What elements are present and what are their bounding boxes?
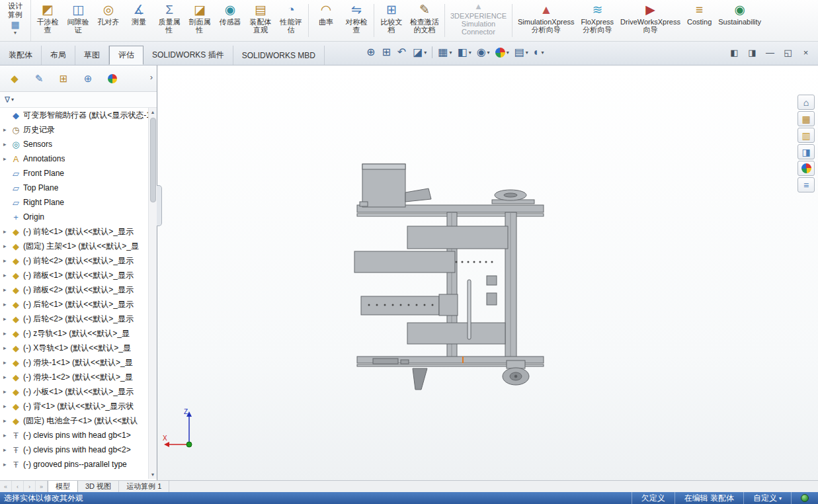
expand-arrow-icon[interactable]: ▸ [3,141,11,147]
expand-arrow-icon[interactable]: ▸ [3,388,11,395]
expand-arrow-icon[interactable]: ▸ [3,432,11,439]
design-study-button[interactable]: 设计 算例 ▦ ▼ [0,0,31,41]
ribbon-button[interactable]: ◔ 性能评 估 [276,1,306,40]
expand-arrow-icon[interactable]: ▸ [3,446,11,453]
tree-item[interactable]: ▸ ◆ (-) 前轮<2> (默认<<默认>_显示 [0,253,148,268]
panel-tab[interactable]: ⊕ [81,71,95,87]
design-study-dropdown-arrow[interactable]: ▼ [13,30,18,35]
dock-right-pane-button[interactable]: ◨ [744,45,760,60]
ribbon-button[interactable] [444,4,445,37]
tree-item[interactable]: ▸ ◆ (-) X导轨<1> (默认<<默认>_显 [0,341,148,355]
ribbon-button[interactable] [374,4,374,37]
tree-item[interactable]: ◆ 可变形智能助行器 (默认<显示状态-1> [0,108,148,122]
top-caster-wheel[interactable] [492,190,534,204]
panel-tab[interactable] [106,71,119,87]
ribbon-button[interactable]: ◉ 传感器 [215,1,245,40]
tree-item[interactable]: ▸ ◆ (-) 踏板<2> (默认<<默认>_显示 [0,282,148,297]
ribbon-button[interactable] [308,4,309,37]
tree-item[interactable]: ▸ ◆ (-) 滑块-1<1> (默认<<默认>_显 [0,355,148,370]
scrollbar-thumb[interactable] [150,118,156,202]
tree-item[interactable]: ▸ ◆ (-) 背<1> (默认<<默认>_显示状 [0,399,148,413]
dropdown-arrow-icon[interactable]: ▾ [487,50,490,56]
ribbon-button[interactable]: ✎ 检查激活 的文档 [407,1,442,40]
expand-arrow-icon[interactable]: ▸ [3,243,11,249]
document-tab[interactable]: 模型 [48,481,78,492]
tree-item[interactable]: ▸ Ŧ (-) clevis pins with head gb<1> [0,428,148,442]
cad-model[interactable] [157,65,818,480]
dropdown-arrow-icon[interactable]: ▾ [526,50,528,56]
scroll-up-arrow-icon[interactable]: ▲ [151,108,155,116]
tab-scroll-button[interactable]: « [0,481,12,492]
panel-tab[interactable]: ✎ [32,71,46,87]
tree-item[interactable]: ▸ ◆ (-) 小板<1> (默认<<默认>_显示 [0,384,148,399]
command-tab[interactable]: 装配体 [0,46,42,65]
view-toolbar-button[interactable]: ◉ ▾ [475,45,492,60]
close-button[interactable]: × [798,45,814,60]
tree-item[interactable]: ▸ ◆ (-) 前轮<1> (默认<<默认>_显示 [0,224,148,239]
expand-arrow-icon[interactable]: ▸ [3,126,11,133]
tree-item[interactable]: ▸ ◷ 历史记录 [0,122,148,137]
command-tab[interactable]: SOLIDWORKS 插件 [143,46,233,65]
view-toolbar-button[interactable]: ◧ ▾ [456,45,473,60]
view-toolbar-button[interactable]: ↶ [395,45,409,60]
status-tag-cell[interactable] [791,492,818,504]
view-toolbar-button[interactable]: ◐ ▾ [532,45,546,60]
tree-item[interactable]: ▱ Front Plane [0,166,148,181]
tree-item[interactable]: ▸ ◆ (-) z导轨<1> (默认<<默认>_显 [0,326,148,341]
expand-arrow-icon[interactable]: ▸ [3,315,11,322]
view-toolbar-button[interactable]: ▾ [493,46,511,59]
task-pane-tab[interactable]: ≡ [798,177,815,192]
tree-item[interactable]: ▸ ◆ (固定) 主架<1> (默认<<默认>_显 [0,239,148,253]
expand-arrow-icon[interactable]: ▸ [3,330,11,337]
dropdown-arrow-icon[interactable]: ▾ [449,50,452,56]
expand-arrow-icon[interactable]: ▸ [3,417,11,424]
view-toolbar-button[interactable]: ▤ ▾ [512,45,530,60]
restore-button[interactable]: ◱ [780,45,796,60]
scroll-down-arrow-icon[interactable]: ▼ [151,470,155,479]
ribbon-button[interactable]: ◪ 剖面属 性 [184,1,215,40]
ribbon-button[interactable]: ≋ FloXpress 分析向导 [578,1,618,40]
expand-arrow-icon[interactable]: ▸ [3,345,11,351]
foot-pedal[interactable] [413,368,427,390]
expand-arrow-icon[interactable]: ▸ [3,461,11,468]
ribbon-button[interactable]: ⇋ 对称检 查 [341,1,372,40]
seat-box[interactable] [360,164,431,207]
cross-arms[interactable] [354,226,508,344]
document-tab[interactable]: 3D 视图 [78,481,119,492]
graphics-area[interactable]: Z X ⌂ ▦ ▥ ◨ [157,65,818,480]
ribbon-button[interactable]: ▤ 装配体 直观 [245,1,276,40]
panel-tab[interactable]: ⊞ [57,71,70,87]
ribbon-button[interactable]: Σ 质量属 性 [154,1,184,40]
tree-item[interactable]: ▸ ◆ (-) 踏板<1> (默认<<默认>_显示 [0,268,148,282]
command-tab[interactable]: 草图 [75,46,109,65]
panel-splitter-handle[interactable] [157,185,162,226]
ribbon-button[interactable]: ≡ Costing [684,1,715,40]
filter-dropdown-arrow-icon[interactable]: ▾ [11,97,14,103]
document-tab[interactable]: 运动算例 1 [119,481,169,492]
expand-arrow-icon[interactable]: ▸ [3,301,11,308]
ribbon-button[interactable] [512,4,512,37]
ribbon-button[interactable]: ▶ DriveWorksXpress 向导 [617,1,684,40]
tree-item[interactable]: ▸ ◆ (-) 后轮<1> (默认<<默认>_显示 [0,297,148,312]
status-units-selector[interactable]: 自定义 ▾ [743,492,791,504]
expand-arrow-icon[interactable]: ▸ [3,403,11,409]
expand-arrow-icon[interactable]: ▸ [3,374,11,380]
view-toolbar-button[interactable]: ▦ ▾ [436,45,454,60]
minimize-button[interactable]: — [762,45,778,60]
ribbon-button[interactable]: ◫ 间隙验 证 [63,1,93,40]
tree-item[interactable]: ▸ ◆ (-) 滑块-1<2> (默认<<默认>_显 [0,370,148,384]
task-pane-tab[interactable]: ▦ [798,111,815,126]
task-pane-tab[interactable]: ◨ [798,144,815,159]
task-pane-tab[interactable] [798,161,815,176]
tree-scrollbar[interactable]: ▲ ▼ [148,108,157,479]
tree-item[interactable]: ▸ Ŧ (-) grooved pins--parallel type [0,457,148,472]
tab-scroll-button[interactable]: › [24,481,36,492]
rear-wheel[interactable] [503,360,529,385]
expand-arrow-icon[interactable]: ▸ [3,257,11,264]
expand-arrow-icon[interactable]: ▸ [3,228,11,235]
ribbon-button[interactable]: ▲ 3DEXPERIENCE Simulation Connector [447,1,510,40]
dropdown-arrow-icon[interactable]: ▾ [469,50,471,56]
tree-filter[interactable]: ∇ ▾ [0,92,157,108]
tree-item[interactable]: + Origin [0,210,148,224]
ribbon-button[interactable]: ⊞ 比较文 档 [376,1,407,40]
